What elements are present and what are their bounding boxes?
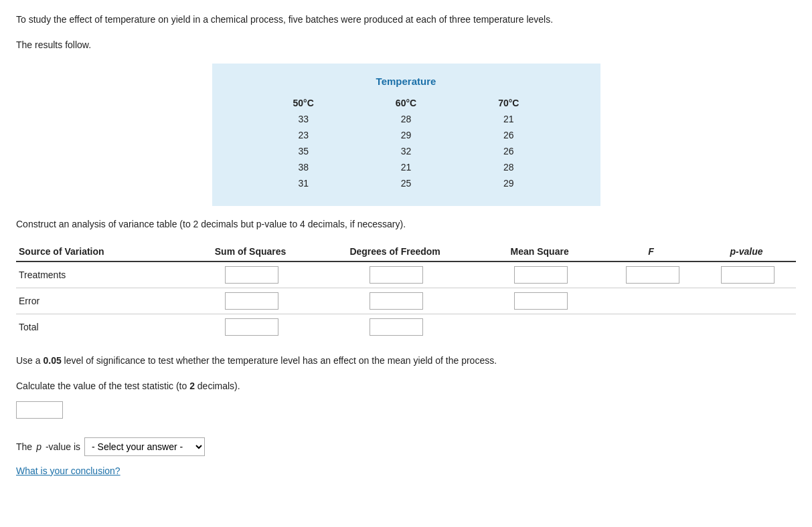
cell-r2c2: 29 <box>355 127 457 143</box>
error-ss-input[interactable] <box>225 292 278 310</box>
treatments-ss-input[interactable] <box>225 266 278 284</box>
p-value-select[interactable]: - Select your answer - less than .01 bet… <box>84 437 205 456</box>
treatments-ms-cell <box>477 261 605 288</box>
significance-text: Use a 0.05 level of significance to test… <box>16 353 796 369</box>
treatments-df-input[interactable] <box>370 266 423 284</box>
p-value-label-p: p <box>36 441 42 452</box>
cell-r4c1: 38 <box>252 159 355 175</box>
p-value-row: The p-value is - Select your answer - le… <box>16 437 796 456</box>
anova-header-pvalue: p-value <box>700 243 796 261</box>
total-ss-cell <box>187 314 316 340</box>
error-pvalue-empty <box>700 288 796 314</box>
intro-line2: The results follow. <box>16 37 796 52</box>
error-label: Error <box>16 288 187 314</box>
total-df-cell <box>316 314 477 340</box>
col-header-50: 50°C <box>252 95 355 111</box>
anova-header-source: Source of Variation <box>16 243 187 261</box>
anova-header-ss: Sum of Squares <box>187 243 316 261</box>
error-df-input[interactable] <box>370 292 423 310</box>
cell-r5c3: 29 <box>457 175 560 191</box>
cell-r1c3: 21 <box>457 111 560 127</box>
anova-row-error: Error <box>16 288 796 314</box>
cell-r3c3: 26 <box>457 143 560 159</box>
error-ss-cell <box>187 288 316 314</box>
cell-r4c3: 28 <box>457 159 560 175</box>
treatments-ms-input[interactable] <box>514 266 568 284</box>
anova-instruction: Construct an analysis of variance table … <box>16 217 796 231</box>
anova-header-f: F <box>605 243 700 261</box>
temperature-table-title: Temperature <box>252 76 560 87</box>
significance-text-after: level of significance to test whether th… <box>62 355 497 366</box>
temperature-table-container: Temperature 50°C 60°C 70°C 33 28 21 23 2… <box>212 64 600 206</box>
temperature-table-wrapper: Temperature 50°C 60°C 70°C 33 28 21 23 2… <box>16 64 796 206</box>
table-row: 31 25 29 <box>252 175 560 191</box>
cell-r1c2: 28 <box>355 111 457 127</box>
anova-header-df: Degrees of Freedom <box>316 243 477 261</box>
col-header-70: 70°C <box>457 95 560 111</box>
treatments-f-input[interactable] <box>626 266 679 284</box>
intro-line1: To study the effect of temperature on yi… <box>16 12 796 27</box>
cell-r4c2: 21 <box>355 159 457 175</box>
test-statistic-input-wrapper <box>16 401 796 428</box>
cell-r3c2: 32 <box>355 143 457 159</box>
anova-table: Source of Variation Sum of Squares Degre… <box>16 243 796 340</box>
cell-r1c1: 33 <box>252 111 355 127</box>
table-row: 23 29 26 <box>252 127 560 143</box>
total-f-empty <box>605 314 700 340</box>
significance-level: 0.05 <box>43 355 61 366</box>
treatments-pvalue-input[interactable] <box>721 266 775 284</box>
anova-row-total: Total <box>16 314 796 340</box>
treatments-pvalue-cell <box>700 261 796 288</box>
total-ss-input[interactable] <box>225 318 278 336</box>
test-statistic-instruction: Calculate the value of the test statisti… <box>16 379 796 395</box>
cell-r2c3: 26 <box>457 127 560 143</box>
cell-r5c2: 25 <box>355 175 457 191</box>
col-header-60: 60°C <box>355 95 457 111</box>
anova-header-ms: Mean Square <box>477 243 605 261</box>
treatments-f-cell <box>605 261 700 288</box>
error-ms-cell <box>477 288 605 314</box>
test-statistic-input[interactable] <box>16 401 63 419</box>
total-ms-empty <box>477 314 605 340</box>
table-row: 35 32 26 <box>252 143 560 159</box>
treatments-df-cell <box>316 261 477 288</box>
p-value-label-dash: -value is <box>46 441 80 452</box>
table-row: 38 21 28 <box>252 159 560 175</box>
cell-r5c1: 31 <box>252 175 355 191</box>
error-f-empty <box>605 288 700 314</box>
cell-r3c1: 35 <box>252 143 355 159</box>
p-value-label-the: The <box>16 441 32 452</box>
treatments-label: Treatments <box>16 261 187 288</box>
treatments-ss-cell <box>187 261 316 288</box>
anova-row-treatments: Treatments <box>16 261 796 288</box>
cell-r2c1: 23 <box>252 127 355 143</box>
total-df-input[interactable] <box>370 318 423 336</box>
error-df-cell <box>316 288 477 314</box>
temperature-data-table: 50°C 60°C 70°C 33 28 21 23 29 26 35 <box>252 95 560 191</box>
conclusion-link[interactable]: What is your conclusion? <box>16 465 796 476</box>
error-ms-input[interactable] <box>514 292 568 310</box>
total-pvalue-empty <box>700 314 796 340</box>
total-label: Total <box>16 314 187 340</box>
decimals-number: 2 <box>189 381 195 391</box>
table-row: 33 28 21 <box>252 111 560 127</box>
